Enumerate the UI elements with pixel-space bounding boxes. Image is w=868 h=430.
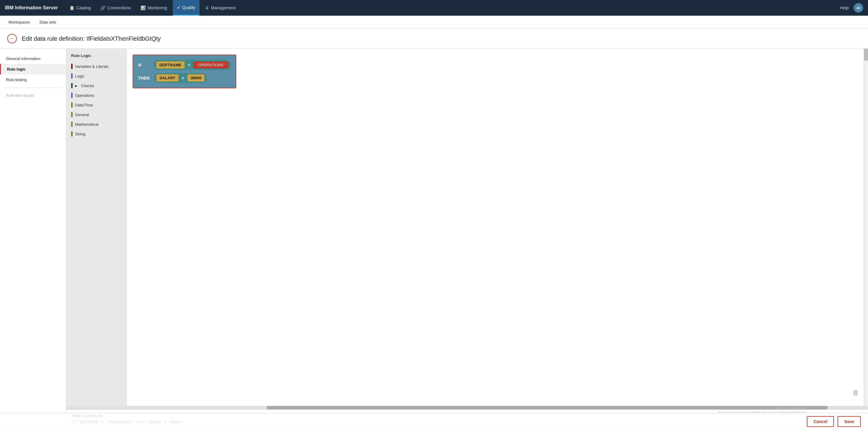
sidebar-item-rule-testing[interactable]: Rule testing bbox=[0, 75, 66, 85]
page-title: Edit data rule definition: IfFieldaIsXTh… bbox=[22, 35, 161, 42]
catalog-icon: 📋 bbox=[69, 5, 74, 10]
palette-checks-label: Checks bbox=[81, 84, 94, 88]
brand-name: IBM Information Server bbox=[5, 5, 58, 10]
nav-items: 📋 Catalog 🔗 Connections 📊 Monitoring ✔ Q… bbox=[65, 0, 840, 16]
sub-nav-workspaces[interactable]: Workspaces bbox=[7, 16, 31, 29]
palette-datetime-label: Date/Time bbox=[75, 103, 93, 107]
nav-quality[interactable]: ✔ Quality bbox=[173, 0, 200, 16]
v-scroll-thumb[interactable] bbox=[864, 49, 868, 61]
back-button[interactable]: ← bbox=[7, 34, 17, 44]
rule-palette-title: Rule Logic bbox=[66, 53, 126, 61]
palette-item-operations[interactable]: Operations bbox=[66, 90, 126, 100]
nav-management-label: Management bbox=[211, 5, 236, 10]
palette-general-label: General bbox=[75, 113, 89, 117]
palette-item-logic[interactable]: Logic bbox=[66, 71, 126, 81]
main-content: General information Rule logic Rule test… bbox=[0, 49, 868, 428]
palette-item-datetime[interactable]: Date/Time bbox=[66, 100, 126, 110]
horizontal-scrollbar[interactable] bbox=[66, 406, 868, 409]
bottom-bar: Cancel Save bbox=[0, 413, 868, 428]
cancel-button[interactable]: Cancel bbox=[807, 416, 834, 427]
palette-item-string[interactable]: String bbox=[66, 129, 126, 139]
management-icon: 🖥 bbox=[205, 5, 209, 10]
save-button[interactable]: Save bbox=[838, 416, 861, 427]
page-header: ← Edit data rule definition: IfFieldaIsX… bbox=[0, 29, 868, 49]
if-condition-group: DEPTNAME = ' OPERATIONS ' bbox=[154, 60, 231, 70]
then-keyword: THEN bbox=[138, 76, 151, 81]
string-color-bar bbox=[71, 131, 73, 137]
user-avatar[interactable]: AI bbox=[854, 3, 863, 13]
sidebar-item-rule-logic[interactable]: Rule logic bbox=[0, 64, 66, 75]
h-scroll-thumb[interactable] bbox=[267, 406, 828, 409]
if-keyword: IF bbox=[138, 63, 151, 67]
sub-nav-datasets[interactable]: Data sets bbox=[38, 16, 57, 29]
mathematical-color-bar bbox=[71, 121, 73, 127]
palette-string-label: String bbox=[75, 132, 85, 136]
checks-color-bar bbox=[71, 83, 73, 88]
nav-catalog-label: Catalog bbox=[76, 5, 91, 10]
monitoring-icon: 📊 bbox=[141, 5, 146, 10]
logic-color-bar bbox=[71, 73, 73, 79]
then-operator: > bbox=[181, 76, 185, 81]
top-navigation: IBM Information Server 📋 Catalog 🔗 Conne… bbox=[0, 0, 868, 16]
nav-catalog[interactable]: 📋 Catalog bbox=[65, 0, 95, 16]
connections-icon: 🔗 bbox=[100, 5, 105, 10]
palette-item-mathematical[interactable]: Mathematical bbox=[66, 119, 126, 129]
nav-connections-label: Connections bbox=[107, 5, 131, 10]
nav-monitoring-label: Monitoring bbox=[147, 5, 167, 10]
palette-variables-label: Variables & Literals bbox=[75, 64, 108, 69]
help-link[interactable]: Help bbox=[840, 5, 849, 10]
sidebar: General information Rule logic Rule test… bbox=[0, 49, 66, 428]
nav-monitoring[interactable]: 📊 Monitoring bbox=[136, 0, 171, 16]
sidebar-item-rule-test-results: Rule test results bbox=[0, 90, 66, 101]
nav-quality-label: Quality bbox=[182, 5, 195, 10]
canvas-area[interactable]: IF DEPTNAME = ' OPERATIONS ' THEN SALARY… bbox=[127, 49, 868, 406]
sub-navigation: Workspaces Data sets bbox=[0, 16, 868, 29]
nav-management[interactable]: 🖥 Management bbox=[201, 0, 240, 16]
if-operator: = bbox=[187, 63, 191, 67]
datetime-color-bar bbox=[71, 102, 73, 108]
then-block-row: THEN SALARY > 36000 bbox=[138, 73, 231, 83]
rule-logic-container: Rule Logic Variables & Literals Logic ▶ … bbox=[66, 49, 868, 406]
variables-color-bar bbox=[71, 64, 73, 69]
if-value[interactable]: ' OPERATIONS ' bbox=[193, 61, 228, 68]
quality-icon: ✔ bbox=[177, 5, 181, 10]
trash-button[interactable]: 🗑 bbox=[852, 389, 859, 397]
vertical-scrollbar[interactable] bbox=[864, 49, 868, 406]
then-field[interactable]: SALARY bbox=[156, 74, 179, 82]
checks-arrow-icon: ▶ bbox=[75, 84, 78, 87]
then-value[interactable]: 36000 bbox=[187, 74, 205, 82]
general-color-bar bbox=[71, 112, 73, 117]
palette-logic-label: Logic bbox=[75, 74, 84, 78]
palette-mathematical-label: Mathematical bbox=[75, 122, 98, 127]
if-field[interactable]: DEPTNAME bbox=[156, 61, 185, 69]
nav-connections[interactable]: 🔗 Connections bbox=[96, 0, 135, 16]
palette-item-checks[interactable]: ▶ Checks bbox=[66, 81, 126, 90]
palette-item-general[interactable]: General bbox=[66, 110, 126, 119]
nav-right: Help AI bbox=[840, 3, 863, 13]
then-condition-group: SALARY > 36000 bbox=[154, 73, 207, 83]
rule-blocks: IF DEPTNAME = ' OPERATIONS ' THEN SALARY… bbox=[133, 55, 236, 88]
operations-color-bar bbox=[71, 92, 73, 98]
palette-operations-label: Operations bbox=[75, 93, 94, 98]
sidebar-divider bbox=[5, 87, 61, 88]
sidebar-item-general-information[interactable]: General information bbox=[0, 53, 66, 64]
rule-palette: Rule Logic Variables & Literals Logic ▶ … bbox=[66, 49, 127, 406]
rule-area: Rule Logic Variables & Literals Logic ▶ … bbox=[66, 49, 868, 428]
palette-item-variables[interactable]: Variables & Literals bbox=[66, 61, 126, 71]
if-block-row: IF DEPTNAME = ' OPERATIONS ' bbox=[138, 60, 231, 70]
back-arrow-icon: ← bbox=[10, 36, 14, 41]
